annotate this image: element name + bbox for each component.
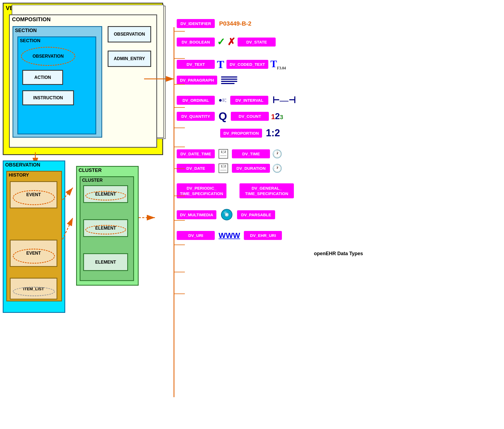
action-box: ACTION <box>22 70 63 85</box>
dv-identifier-badge: DV_IDENTIFIER <box>177 19 215 28</box>
dv-multimedia-row: DV_MULTIMEDIA DV_PARSABLE <box>177 209 500 221</box>
dv-paragraph-row: DV_PARAGRAPH <box>177 76 500 85</box>
obs-right-label: OBSERVATION <box>114 32 145 37</box>
versioned-composition-box: VERSIONED_COMPOSITION COMPOSITION SECTIO… <box>3 3 163 155</box>
interval-icon: ⊢—⊣ <box>272 95 296 105</box>
section-inner-title: SECTION <box>18 37 95 44</box>
paragraph-lines-icon <box>221 76 237 84</box>
dv-periodic-badge: DV_PERIODIC_ TIME_SPECIFICATION <box>177 183 226 198</box>
dv-duration-badge: DV_DURATION <box>232 164 270 173</box>
time-clock-icon: 🕐 <box>272 149 282 159</box>
dv-date-row: DV_DATE 1│2─── DV_DURATION 🕐 <box>177 163 500 173</box>
dv-coded-text-icon: TF3.04 <box>270 58 286 70</box>
dv-identifier-row: DV_IDENTIFIER P03449-B-2 <box>177 19 500 28</box>
dv-parsable-badge: DV_PARSABLE <box>237 210 275 219</box>
observation-dashed-label: OBSERVATION <box>33 54 64 59</box>
dv-uri-row: DV_URI WWW DV_EHR_URI <box>177 231 500 240</box>
section-outer-title: SECTION <box>13 27 101 34</box>
left-diagram: VERSIONED_COMPOSITION COMPOSITION SECTIO… <box>0 0 174 429</box>
dv-datetime-row: DV_DATE_TIME 1│2─── DV_TIME 🕐 <box>177 149 500 159</box>
dv-quantity-badge: DV_QUANTITY <box>177 112 215 121</box>
proportion-icon: 1:2 <box>266 127 280 139</box>
dv-proportion-badge: DV_PROPORTION <box>220 129 262 138</box>
dv-count-badge: DV_COUNT <box>231 112 269 121</box>
dv-state-badge: DV_STATE <box>238 38 276 47</box>
admin-label: ADMIN_ENTRY <box>114 56 145 61</box>
dv-ordinal-badge: DV_ORDINAL <box>177 96 215 105</box>
dv-quantity-row: DV_QUANTITY Q DV_COUNT 123 <box>177 110 500 122</box>
dv-datetime-badge: DV_DATE_TIME <box>177 149 215 158</box>
instruction-label: INSTRUCTION <box>33 95 63 100</box>
instruction-box: INSTRUCTION <box>22 90 74 105</box>
dv-text-icon: T <box>217 58 224 71</box>
cross-icon: ✗ <box>227 36 235 48</box>
admin-entry-box: ADMIN_ENTRY <box>108 51 151 67</box>
dv-interval-badge: DV_INTERVAL <box>230 96 268 105</box>
data-types-footer-label: openEHR Data Types <box>177 251 500 257</box>
svg-point-24 <box>226 214 228 215</box>
dv-boolean-badge: DV_BOOLEAN <box>177 38 215 47</box>
section-outer: SECTION SECTION OBSERVATION ACTION INSTR… <box>13 26 102 138</box>
ordinal-icon: ●⠿: <box>219 97 226 104</box>
svg-line-3 <box>63 188 73 200</box>
dv-date-badge: DV_DATE <box>177 164 215 173</box>
uri-www-icon: WWW <box>219 231 240 240</box>
date-calendar-icon: 1│2─── <box>217 163 230 173</box>
obs-right-box: OBSERVATION <box>108 26 151 42</box>
dv-proportion-row: DV_PROPORTION 1:2 <box>177 127 500 139</box>
duration-clock-icon: 🕐 <box>272 163 282 173</box>
multimedia-cd-icon <box>221 209 233 221</box>
observation-dashed-oval: OBSERVATION <box>21 47 75 66</box>
dv-general-badge: DV_GENERAL_ TIME_SPECIFICATION <box>239 183 294 198</box>
right-panel: DV_IDENTIFIER P03449-B-2 DV_BOOLEAN ✓ ✗ … <box>174 0 504 429</box>
svg-line-4 <box>63 218 73 239</box>
dv-uri-badge: DV_URI <box>177 231 215 240</box>
composition-box: COMPOSITION SECTION SECTION OBSERVATION … <box>9 14 157 148</box>
dv-text-badge: DV_TEXT <box>177 60 215 69</box>
checkmark-icon: ✓ <box>217 36 225 48</box>
composition-title: COMPOSITION <box>10 15 156 24</box>
datetime-calendar-icon: 1│2─── <box>217 149 230 158</box>
dv-text-row: DV_TEXT T DV_CODED_TEXT TF3.04 <box>177 58 500 71</box>
dv-identifier-value: P03449-B-2 <box>219 20 251 27</box>
dashed-arrows-svg <box>0 158 174 294</box>
action-label: ACTION <box>34 75 51 80</box>
count-icon: 123 <box>271 111 283 121</box>
dv-coded-text-badge: DV_CODED_TEXT <box>226 60 268 69</box>
dv-periodic-row: DV_PERIODIC_ TIME_SPECIFICATION DV_GENER… <box>177 183 500 198</box>
dv-ordinal-row: DV_ORDINAL ●⠿: DV_INTERVAL ⊢—⊣ <box>177 95 500 105</box>
data-types-grid: DV_IDENTIFIER P03449-B-2 DV_BOOLEAN ✓ ✗ … <box>177 3 500 257</box>
quantity-q-icon: Q <box>219 110 227 122</box>
dv-boolean-row: DV_BOOLEAN ✓ ✗ DV_STATE <box>177 36 500 48</box>
dv-ehr-uri-badge: DV_EHR_URI <box>244 231 282 240</box>
dv-multimedia-badge: DV_MULTIMEDIA <box>177 210 216 219</box>
dv-paragraph-badge: DV_PARAGRAPH <box>177 76 217 85</box>
dv-time-badge: DV_TIME <box>232 149 270 158</box>
section-inner: SECTION OBSERVATION ACTION INSTRUCTION <box>17 36 96 134</box>
